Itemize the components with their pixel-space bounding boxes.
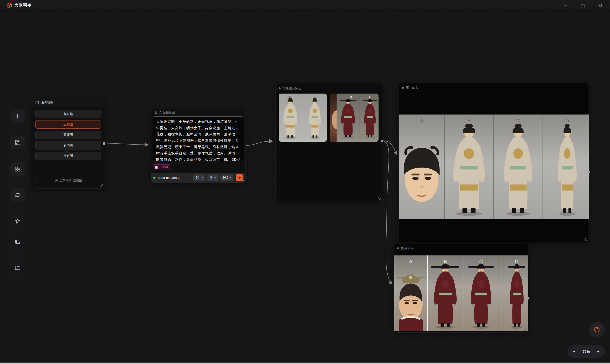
count-dropdown[interactable]: 2个 (193, 174, 205, 181)
model-status-dot (153, 177, 155, 179)
save-icon[interactable] (10, 136, 25, 149)
toolbar-divider (11, 129, 25, 129)
refresh-icon[interactable] (10, 188, 25, 202)
aspect-ratio-dropdown[interactable]: 16:9 (220, 174, 233, 181)
figure-side-view (359, 96, 378, 139)
face-closeup (394, 262, 427, 331)
play-icon (239, 176, 241, 179)
output-port[interactable] (587, 171, 590, 173)
prompt-textarea[interactable]: 人物设定图，全身站立，正面视角，简洁背景。中年男性，朱高炽，明朝太子。身穿衮服，… (153, 117, 244, 161)
mode-button-ninegrid[interactable]: 九宫格 (35, 110, 101, 118)
ai-generation-node: AI 绘图生成 人物设定图，全身站立，正面视角，简洁背景。中年男性，朱高炽，明朝… (151, 109, 246, 183)
character-sheet-image[interactable]: A B (394, 255, 528, 331)
image-input-node-bottom: 图片输入 A (394, 244, 528, 333)
view-column-a: A (394, 255, 427, 331)
face-closeup (399, 124, 444, 219)
node-title: 图片输入 (401, 246, 414, 250)
star-icon[interactable] (10, 215, 25, 228)
figure-profile-view (499, 260, 534, 330)
restore-icon[interactable] (598, 3, 603, 8)
resize-handle[interactable] (584, 238, 587, 241)
chevron-down-icon (215, 176, 216, 179)
zoom-level: 79% (582, 350, 590, 353)
output-port[interactable] (381, 140, 383, 142)
mode-button-fiveview[interactable]: 五视图 (35, 131, 101, 139)
batch-thumbnail-1[interactable]: B C (279, 93, 327, 142)
output-port[interactable] (103, 142, 105, 145)
batch-node-header[interactable]: 批量图片集合 (276, 83, 382, 93)
layout-icon (36, 101, 39, 104)
mode-button-threeview[interactable]: 三视图 (35, 120, 101, 129)
infinite-canvas[interactable]: 角色视图 九宫格 三视图 五视图 表情包 拆解图 当前模式: 三视图 AI 绘图… (0, 11, 610, 364)
model-name: nano-banana-2 (158, 176, 180, 180)
clock-icon (55, 179, 58, 182)
prompt-tag[interactable]: 三视图 (153, 164, 170, 170)
character-panel-header[interactable]: 角色视图 (32, 99, 104, 106)
view-column-c: C (493, 115, 542, 219)
view-column-b: B (427, 255, 463, 331)
pie-chart-button[interactable] (589, 322, 605, 337)
character-view-panel: 角色视图 九宫格 三视图 五视图 表情包 拆解图 当前模式: 三视图 (32, 99, 104, 189)
chevron-down-icon (230, 176, 231, 179)
pie-chart-icon (594, 326, 600, 333)
view-column-a: A (399, 115, 444, 219)
node-title: AI 绘图生成 (159, 111, 175, 115)
current-mode-indicator: 当前模式: 三视图 (36, 177, 101, 184)
image-input-node-top: 图片输入 A B (399, 83, 589, 242)
figure-profile-view (543, 120, 592, 218)
node-title: 批量图片集合 (283, 86, 301, 91)
document-icon (155, 166, 158, 169)
figure-front-view (337, 96, 359, 139)
minimize-icon[interactable] (563, 3, 568, 8)
figure-side-view (304, 96, 326, 140)
view-column-b: B (444, 115, 493, 219)
node-dot-icon (402, 87, 404, 89)
app-logo-cube-icon (6, 2, 12, 8)
zoom-in-button[interactable]: + (597, 349, 599, 354)
resize-handle[interactable] (378, 197, 381, 200)
app-titlebar: 无限画布 (0, 0, 610, 11)
resize-handle[interactable] (524, 328, 527, 331)
view-column-d: D (542, 115, 592, 219)
chevron-down-icon (202, 176, 203, 179)
batch-thumbnail-2[interactable]: B C (330, 93, 378, 142)
app-title: 无限画布 (14, 3, 32, 8)
figure-front-view (279, 96, 301, 140)
ai-node-header[interactable]: AI 绘图生成 (151, 109, 245, 116)
plus-icon[interactable] (10, 109, 25, 123)
resize-handle[interactable] (100, 184, 103, 187)
node-dot-icon (397, 247, 399, 249)
folder-icon[interactable] (10, 261, 25, 274)
view-column-d: D (499, 255, 534, 331)
image-node-header[interactable]: 图片输入 (399, 83, 589, 93)
person-icon (154, 111, 157, 114)
figure-three-quarter-view (463, 260, 499, 330)
mode-button-emoji[interactable]: 表情包 (35, 141, 101, 150)
mode-button-breakdown[interactable]: 拆解图 (35, 152, 101, 160)
batch-image-collection-node: 批量图片集合 B C B C (275, 83, 382, 201)
toolbar-divider (11, 156, 25, 156)
panel-title: 角色视图 (41, 101, 53, 105)
zoom-control: − 79% + (568, 345, 605, 358)
resolution-dropdown[interactable]: 4K (207, 174, 218, 181)
toolbar-divider (11, 208, 25, 208)
figure-three-quarter-view (494, 120, 542, 218)
image-node-header[interactable]: 图片输入 (394, 244, 528, 252)
left-toolbar (6, 106, 29, 282)
node-title: 图片输入 (406, 86, 418, 90)
node-dot-icon (279, 87, 281, 89)
partial-face-crop (330, 93, 337, 142)
grid-icon[interactable] (10, 162, 25, 176)
figure-front-view (444, 120, 493, 218)
output-port[interactable] (527, 297, 529, 299)
fullscreen-icon[interactable] (581, 3, 586, 8)
zoom-out-button[interactable]: − (573, 349, 575, 354)
character-sheet-image[interactable]: A B C (399, 115, 589, 219)
film-icon[interactable] (10, 235, 25, 248)
resize-handle[interactable] (241, 179, 244, 182)
horizontal-scrollbar[interactable] (0, 363, 610, 364)
figure-front-view (428, 260, 463, 330)
view-column-c: C (463, 255, 499, 331)
ai-node-controls: nano-banana-2 2个 4K 16:9 (151, 173, 245, 182)
